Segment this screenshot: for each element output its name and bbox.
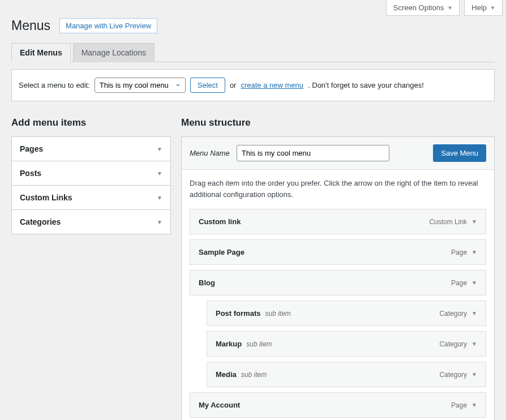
chevron-down-icon: ▼ <box>447 5 452 11</box>
sub-item-label: sub item <box>246 340 272 348</box>
menu-item-type: Page▼ <box>451 401 477 409</box>
menu-item-title: Media <box>216 370 237 379</box>
menu-item[interactable]: My AccountPage▼ <box>190 392 486 418</box>
select-button[interactable]: Select <box>190 78 225 93</box>
menu-select[interactable]: This is my cool menu <box>95 78 186 93</box>
menu-item-title: Markup <box>216 340 242 348</box>
menu-item-type: Category▼ <box>439 340 477 348</box>
select-menu-bar: Select a menu to edit: This is my cool m… <box>11 69 495 101</box>
tab-manage-locations[interactable]: Manage Locations <box>73 43 155 62</box>
menu-item-title: Sample Page <box>199 248 245 256</box>
accordion-custom-links[interactable]: Custom Links ▼ <box>12 186 170 210</box>
accordion-pages[interactable]: Pages ▼ <box>12 137 170 161</box>
structure-box: Menu Name Save Menu Drag each item into … <box>181 136 495 420</box>
menu-items-list: Custom linkCustom Link▼Sample PagePage▼B… <box>182 209 494 420</box>
menu-name-input[interactable] <box>237 145 389 161</box>
menu-item[interactable]: BlogPage▼ <box>190 270 486 295</box>
menu-item-type: Custom Link▼ <box>429 218 477 226</box>
accordion-categories[interactable]: Categories ▼ <box>12 210 170 234</box>
structure-header: Menu Name Save Menu <box>182 137 494 170</box>
menu-select-wrap: This is my cool menu <box>95 78 186 93</box>
chevron-down-icon[interactable]: ▼ <box>471 218 477 225</box>
screen-options-button[interactable]: Screen Options ▼ <box>386 0 460 16</box>
accordion-posts[interactable]: Posts ▼ <box>12 161 170 186</box>
menu-item-title: Blog <box>199 278 215 287</box>
chevron-down-icon[interactable]: ▼ <box>471 310 477 316</box>
accordion-label: Pages <box>20 144 43 153</box>
live-preview-button[interactable]: Manage with Live Preview <box>59 18 157 33</box>
screen-options-label: Screen Options <box>393 3 444 12</box>
menu-item-type-text: Page <box>451 248 467 256</box>
menu-item-type: Category▼ <box>439 371 477 379</box>
menu-name-label: Menu Name <box>190 149 230 157</box>
select-menu-label: Select a menu to edit: <box>19 81 90 89</box>
add-menu-items-column: Add menu items Pages ▼ Posts ▼ Custom Li… <box>11 117 171 420</box>
sub-item-label: sub item <box>241 371 267 379</box>
top-actions: Screen Options ▼ Help ▼ <box>0 0 506 16</box>
chevron-down-icon[interactable]: ▼ <box>471 402 477 408</box>
menu-item-type-text: Custom Link <box>429 218 467 226</box>
menu-item-type: Page▼ <box>451 279 477 287</box>
chevron-down-icon[interactable]: ▼ <box>471 249 477 255</box>
accordion-label: Categories <box>20 217 61 226</box>
menu-item[interactable]: Post formatssub itemCategory▼ <box>207 301 486 326</box>
tab-edit-menus[interactable]: Edit Menus <box>11 43 71 62</box>
chevron-down-icon: ▼ <box>157 219 162 225</box>
or-text: or <box>230 81 237 89</box>
help-label: Help <box>471 3 487 12</box>
menu-item-type-text: Category <box>439 340 467 348</box>
tabs: Edit Menus Manage Locations <box>11 42 495 62</box>
menu-item[interactable]: Markupsub itemCategory▼ <box>207 331 486 357</box>
page-header: Menus Manage with Live Preview <box>0 16 506 33</box>
accordion-label: Custom Links <box>20 193 72 202</box>
menu-item-type-text: Page <box>451 401 467 409</box>
add-items-heading: Add menu items <box>11 117 171 128</box>
chevron-down-icon: ▼ <box>157 195 162 201</box>
menu-item-title: My Account <box>199 401 240 409</box>
chevron-down-icon: ▼ <box>157 170 162 177</box>
menu-item-type: Category▼ <box>439 310 477 318</box>
menu-item-type: Page▼ <box>451 248 477 256</box>
save-menu-button[interactable]: Save Menu <box>433 144 486 162</box>
menu-item[interactable]: Custom linkCustom Link▼ <box>190 209 486 234</box>
menu-structure-column: Menu structure Menu Name Save Menu Drag … <box>181 117 495 420</box>
structure-heading: Menu structure <box>181 117 495 128</box>
page-title: Menus <box>11 18 50 33</box>
menu-item-type-text: Category <box>439 371 467 379</box>
chevron-down-icon: ▼ <box>157 146 162 152</box>
main-columns: Add menu items Pages ▼ Posts ▼ Custom Li… <box>0 101 506 420</box>
instructions-text: Drag each item into the order you prefer… <box>182 170 494 209</box>
help-button[interactable]: Help ▼ <box>464 0 503 16</box>
menu-item[interactable]: Mediasub itemCategory▼ <box>207 362 486 387</box>
chevron-down-icon[interactable]: ▼ <box>471 371 477 378</box>
sub-item-label: sub item <box>265 310 290 318</box>
menu-item-type-text: Page <box>451 279 467 287</box>
chevron-down-icon: ▼ <box>490 5 495 11</box>
chevron-down-icon[interactable]: ▼ <box>471 280 477 286</box>
menu-item-type-text: Category <box>439 310 467 318</box>
after-text: . Don't forget to save your changes! <box>308 81 424 89</box>
accordion: Pages ▼ Posts ▼ Custom Links ▼ Categorie… <box>11 136 171 234</box>
menu-item-title: Post formats <box>216 309 260 318</box>
menu-item[interactable]: Sample PagePage▼ <box>190 239 486 265</box>
create-menu-link[interactable]: create a new menu <box>241 81 303 89</box>
chevron-down-icon[interactable]: ▼ <box>471 341 477 347</box>
accordion-label: Posts <box>20 169 41 178</box>
menu-item-title: Custom link <box>199 217 241 226</box>
